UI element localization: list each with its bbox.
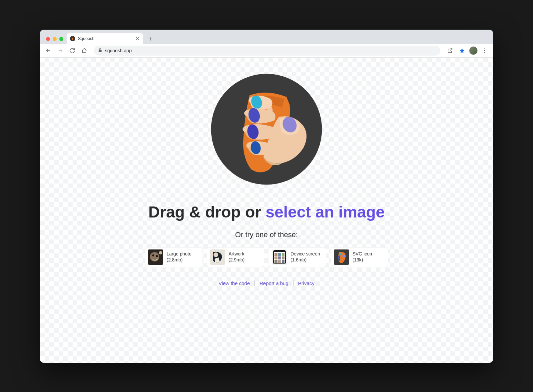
forward-button[interactable]	[55, 46, 65, 56]
select-image-link[interactable]: select an image	[266, 203, 385, 221]
traffic-lights	[44, 37, 67, 44]
sample-list: Large photo (2.8mb) Artwork (2.9mb)	[145, 247, 388, 267]
svg-point-3	[484, 52, 485, 53]
sample-size: (13k)	[352, 257, 372, 263]
open-external-button[interactable]	[445, 46, 455, 56]
page-content: Drag & drop or select an image Or try on…	[40, 58, 493, 363]
sample-label: Device screen	[290, 251, 320, 257]
svg-rect-30	[282, 260, 284, 263]
large-photo-thumb-icon	[148, 249, 163, 265]
svg-point-34	[338, 258, 340, 261]
browser-toolbar: squoosh.app	[40, 44, 493, 58]
svg-rect-23	[278, 253, 281, 256]
squoosh-favicon-icon	[70, 36, 75, 41]
tab-close-button[interactable]: ✕	[135, 36, 140, 41]
url-text: squoosh.app	[105, 48, 132, 53]
sample-label: Large photo	[167, 251, 192, 257]
drop-zone[interactable]: Drag & drop or select an image Or try on…	[40, 58, 493, 363]
footer-links: View the code Report a bug Privacy	[219, 280, 314, 286]
back-button[interactable]	[43, 46, 53, 56]
separator	[293, 280, 293, 286]
sample-device-screen[interactable]: Device screen (1.6mb)	[269, 247, 326, 267]
svg-point-33	[338, 255, 340, 258]
squoosh-logo-icon	[205, 68, 328, 191]
subheadline: Or try one of these:	[235, 230, 298, 239]
svg-rect-22	[274, 253, 277, 256]
close-window-button[interactable]	[46, 37, 50, 41]
svg-point-1	[484, 48, 485, 49]
headline: Drag & drop or select an image	[148, 203, 385, 221]
svg-point-14	[156, 255, 158, 257]
new-tab-button[interactable]: ＋	[146, 34, 155, 43]
tab-title: Squoosh	[78, 36, 94, 41]
lock-icon	[98, 48, 102, 53]
svg-icon-thumb-icon	[334, 249, 349, 265]
svg-point-13	[152, 254, 154, 256]
maximize-window-button[interactable]	[59, 37, 63, 41]
tab-strip: Squoosh ✕ ＋	[40, 30, 493, 44]
sample-label: Artwork	[229, 251, 245, 257]
reload-button[interactable]	[67, 46, 77, 56]
svg-point-17	[214, 252, 218, 257]
svg-point-15	[159, 251, 162, 254]
menu-button[interactable]	[480, 46, 490, 56]
view-code-link[interactable]: View the code	[219, 280, 250, 286]
sample-size: (2.9mb)	[229, 257, 245, 263]
sample-size: (1.6mb)	[290, 257, 320, 263]
svg-point-35	[342, 254, 345, 258]
svg-point-32	[339, 253, 341, 255]
sample-svg-icon[interactable]: SVG icon (13k)	[331, 247, 388, 267]
svg-rect-29	[278, 260, 281, 263]
privacy-link[interactable]: Privacy	[298, 280, 314, 286]
browser-tab[interactable]: Squoosh ✕	[67, 33, 143, 44]
svg-rect-25	[274, 256, 277, 259]
bookmark-button[interactable]	[457, 46, 467, 56]
sample-size: (2.8mb)	[167, 257, 192, 263]
report-bug-link[interactable]: Report a bug	[260, 280, 288, 286]
artwork-thumb-icon	[210, 249, 225, 265]
svg-rect-21	[277, 250, 282, 252]
home-button[interactable]	[79, 46, 89, 56]
svg-point-2	[484, 50, 485, 51]
svg-rect-27	[282, 256, 284, 259]
minimize-window-button[interactable]	[53, 37, 57, 41]
sample-large-photo[interactable]: Large photo (2.8mb)	[145, 247, 202, 267]
address-bar[interactable]: squoosh.app	[94, 46, 440, 56]
sample-label: SVG icon	[352, 251, 372, 257]
device-screen-thumb-icon	[272, 249, 287, 265]
sample-artwork[interactable]: Artwork (2.9mb)	[207, 247, 264, 267]
svg-rect-26	[278, 256, 281, 259]
headline-prefix: Drag & drop or	[148, 203, 266, 221]
profile-avatar[interactable]	[469, 46, 478, 55]
svg-rect-28	[274, 260, 277, 263]
browser-window: Squoosh ✕ ＋ squoosh.app	[40, 30, 493, 363]
separator	[255, 280, 255, 286]
svg-rect-24	[282, 253, 284, 256]
